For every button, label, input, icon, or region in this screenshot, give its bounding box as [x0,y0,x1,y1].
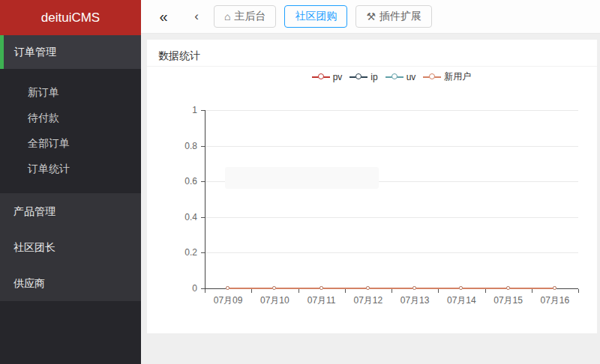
y-axis-label: 1 [167,105,197,115]
data-point-新用户 [226,286,230,290]
sidebar-item-order-management[interactable]: 订单管理 [0,35,141,69]
legend-line-marker-icon [312,76,330,78]
topbar-tab[interactable]: ⚒插件扩展 [356,5,432,28]
legend-line-marker-icon [350,76,368,78]
legend-line-marker-icon [423,76,441,78]
x-axis-label: 07月12 [345,294,392,307]
topbar: « ‹ ⌂主后台社区团购⚒插件扩展 [141,0,600,34]
y-axis-label: 0 [167,283,197,294]
y-gridline [205,252,578,253]
back-icon[interactable]: ‹ [188,9,206,24]
y-gridline [205,217,578,218]
y-axis-label: 0.6 [167,176,197,186]
x-axis-label: 07月14 [438,294,484,307]
x-axis-tick [298,289,299,293]
panel-title: 数据统计 [158,49,200,61]
data-point-新用户 [366,286,370,290]
chart-legend: pvipuv新用户 [205,70,578,83]
data-point-新用户 [320,286,323,290]
x-axis-tick [392,289,392,293]
sidebar-item-label: 订单管理 [14,46,56,58]
legend-item-ip[interactable]: ip [350,70,377,83]
collapse-sidebar-icon[interactable]: « [153,8,174,25]
tab-label: 插件扩展 [380,10,422,23]
data-point-新用户 [412,286,416,290]
data-point-新用户 [459,286,463,290]
topbar-tabs: ⌂主后台社区团购⚒插件扩展 [206,5,432,28]
legend-label: 新用户 [444,70,471,83]
y-axis-label: 0.8 [167,141,197,151]
legend-label: uv [406,72,416,82]
x-axis-label: 07月13 [392,294,438,307]
tab-label: 社区团购 [295,10,337,23]
x-axis-label: 07月16 [532,294,578,307]
tools-icon: ⚒ [366,11,376,22]
x-axis-label: 07月10 [251,294,298,307]
data-point-新用户 [553,286,556,290]
x-axis-tick [578,289,579,293]
legend-item-uv[interactable]: uv [386,70,416,83]
x-axis-tick [251,289,252,293]
home-icon: ⌂ [224,11,230,22]
sidebar-subitem[interactable]: 订单统计 [0,156,141,181]
line-chart: pvipuv新用户 00.20.40.60.8107月0907月1007月110… [147,67,597,333]
legend-item-新用户[interactable]: 新用户 [423,70,471,83]
x-axis-tick [485,289,486,293]
legend-label: ip [370,72,377,82]
y-gridline [205,110,578,111]
panel-header: 数据统计 [147,40,597,67]
x-axis-label: 07月15 [485,294,532,307]
data-point-新用户 [272,286,276,290]
stats-panel: 数据统计 pvipuv新用户 00.20.40.60.8107月0907月100… [147,40,597,333]
y-axis-label: 0.2 [167,247,197,258]
sidebar-subitem[interactable]: 待付款 [0,105,141,130]
legend-item-pv[interactable]: pv [312,70,343,83]
sidebar-subitem[interactable]: 新订单 [0,79,141,105]
tab-label: 主后台 [234,10,266,23]
x-axis-tick [205,289,206,293]
x-axis-tick [438,289,439,293]
topbar-tab[interactable]: 社区团购 [284,5,347,28]
x-axis-tick [345,289,346,293]
topbar-tab[interactable]: ⌂主后台 [214,5,276,28]
sidebar-section-item[interactable]: 供应商 [0,265,141,301]
data-point-新用户 [506,286,510,290]
sidebar: deituiCMS 订单管理 新订单待付款全部订单订单统计 产品管理社区团长供应… [0,0,141,364]
app-root: deituiCMS 订单管理 新订单待付款全部订单订单统计 产品管理社区团长供应… [0,0,600,364]
y-gridline [205,146,578,147]
x-axis-label: 07月09 [205,294,251,307]
sidebar-submenu: 新订单待付款全部订单订单统计 [0,69,141,193]
brand-logo: deituiCMS [0,0,141,35]
watermark-smudge [225,167,379,189]
sidebar-sections: 产品管理社区团长供应商 [0,193,141,301]
sidebar-section-item[interactable]: 社区团长 [0,229,141,265]
sidebar-section-item[interactable]: 产品管理 [0,193,141,229]
active-indicator-bar [0,35,4,69]
y-axis-label: 0.4 [167,212,197,222]
sidebar-subitem[interactable]: 全部订单 [0,130,141,156]
legend-label: pv [333,72,343,82]
y-axis-line [205,110,206,288]
x-axis-tick [532,289,532,293]
legend-line-marker-icon [386,76,404,78]
x-axis-label: 07月11 [298,294,345,307]
